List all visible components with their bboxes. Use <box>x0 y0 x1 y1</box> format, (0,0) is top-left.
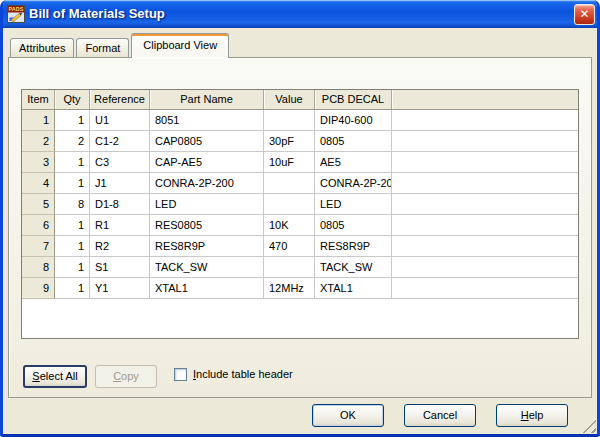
row-selection: 1 U1 8051 DIP40-600 <box>55 110 578 131</box>
reference-cell: R1 <box>90 215 150 236</box>
qty-cell: 1 <box>55 236 90 257</box>
qty-cell: 1 <box>55 215 90 236</box>
row-data: 1 J1 CONRA-2P-200 CONRA-2P-200 <box>55 173 578 194</box>
table-row[interactable]: 4 1 J1 CONRA-2P-200 CONRA-2P-200 <box>22 173 578 194</box>
filler-cell <box>392 194 578 215</box>
row-number-cell: 4 <box>22 173 55 194</box>
value-cell: 30pF <box>264 131 315 152</box>
pcb-decal-cell: 0805 <box>315 215 392 236</box>
value-cell <box>264 110 315 131</box>
reference-cell: Y1 <box>90 278 150 299</box>
row-number-cell: 1 <box>22 110 55 131</box>
qty-cell: 1 <box>55 278 90 299</box>
row-number-cell: 9 <box>22 278 55 299</box>
copy-button[interactable]: Copy <box>95 365 157 388</box>
value-cell: 10uF <box>264 152 315 173</box>
filler-cell <box>392 215 578 236</box>
filler-cell <box>392 173 578 194</box>
column-header-pcb-decal: PCB DECAL <box>315 90 392 109</box>
row-number-cell: 2 <box>22 131 55 152</box>
select-all-label: Select All <box>25 367 85 386</box>
table-row[interactable]: 6 1 R1 RES0805 10K 0805 <box>22 215 578 236</box>
part-name-cell: CAP0805 <box>150 131 264 152</box>
resize-grip[interactable] <box>582 419 596 433</box>
tab-format[interactable]: Format <box>76 38 129 57</box>
part-name-cell: 8051 <box>150 110 264 131</box>
reference-cell: J1 <box>90 173 150 194</box>
row-number-cell: 7 <box>22 236 55 257</box>
table-row[interactable]: 8 1 S1 TACK_SW TACK_SW <box>22 257 578 278</box>
table-row[interactable]: 1 1 U1 8051 DIP40-600 <box>22 110 578 131</box>
pcb-decal-cell: TACK_SW <box>315 257 392 278</box>
titlebar[interactable]: PADS Bill of Materials Setup ✕ <box>0 0 600 28</box>
table-row[interactable]: 3 1 C3 CAP-AE5 10uF AE5 <box>22 152 578 173</box>
pads-logo-icon: PADS <box>7 5 25 23</box>
filler-cell <box>392 257 578 278</box>
pcb-decal-cell: CONRA-2P-200 <box>315 173 392 194</box>
table-row[interactable]: 2 2 C1-2 CAP0805 30pF 0805 <box>22 131 578 152</box>
window-title: Bill of Materials Setup <box>29 0 574 28</box>
column-header-filler <box>392 90 578 109</box>
table-header-row: Item Qty Reference Part Name Value PCB D… <box>22 90 578 110</box>
value-cell <box>264 257 315 278</box>
close-icon: ✕ <box>579 7 589 21</box>
row-data: 1 R2 RES8R9P 470 RES8R9P <box>55 236 578 257</box>
filler-cell <box>392 110 578 131</box>
include-table-header-label: Include table header <box>193 368 293 381</box>
row-data: 1 S1 TACK_SW TACK_SW <box>55 257 578 278</box>
part-name-cell: TACK_SW <box>150 257 264 278</box>
row-number-cell: 6 <box>22 215 55 236</box>
reference-cell: C3 <box>90 152 150 173</box>
pcb-decal-cell: XTAL1 <box>315 278 392 299</box>
pcb-decal-cell: DIP40-600 <box>315 110 392 131</box>
reference-cell: D1-8 <box>90 194 150 215</box>
include-table-header-checkbox[interactable] <box>174 368 187 381</box>
table-row[interactable]: 5 8 D1-8 LED LED <box>22 194 578 215</box>
filler-cell <box>392 131 578 152</box>
column-header-part-name: Part Name <box>150 90 264 109</box>
row-number-cell: 8 <box>22 257 55 278</box>
column-header-qty: Qty <box>55 90 90 109</box>
row-data: 1 R1 RES0805 10K 0805 <box>55 215 578 236</box>
qty-cell: 2 <box>55 131 90 152</box>
qty-cell: 1 <box>55 257 90 278</box>
value-cell: 12MHz <box>264 278 315 299</box>
row-data: 2 C1-2 CAP0805 30pF 0805 <box>55 131 578 152</box>
help-button[interactable]: Help <box>496 404 568 427</box>
ok-button[interactable]: OK <box>312 404 384 427</box>
qty-cell: 1 <box>55 110 90 131</box>
reference-cell: S1 <box>90 257 150 278</box>
qty-cell: 8 <box>55 194 90 215</box>
row-data: 1 C3 CAP-AE5 10uF AE5 <box>55 152 578 173</box>
tab-strip: Attributes Format Clipboard View <box>10 33 231 58</box>
reference-cell: C1-2 <box>90 131 150 152</box>
select-all-button[interactable]: Select All <box>23 365 87 388</box>
help-label: Help <box>497 405 567 426</box>
copy-label: Copy <box>96 366 156 387</box>
row-number-cell: 5 <box>22 194 55 215</box>
part-name-cell: RES8R9P <box>150 236 264 257</box>
part-name-cell: LED <box>150 194 264 215</box>
tab-attributes[interactable]: Attributes <box>10 38 74 57</box>
pads-logo-text: PADS <box>9 6 24 12</box>
reference-cell: U1 <box>90 110 150 131</box>
filler-cell <box>392 278 578 299</box>
row-number-cell: 3 <box>22 152 55 173</box>
include-table-header-option: Include table header <box>174 368 293 381</box>
cancel-label: Cancel <box>405 405 475 426</box>
dialog-client-area: Attributes Format Clipboard View Item Qt… <box>3 28 597 434</box>
row-data: 1 Y1 XTAL1 12MHz XTAL1 <box>55 278 578 299</box>
table-row[interactable]: 7 1 R2 RES8R9P 470 RES8R9P <box>22 236 578 257</box>
filler-cell <box>392 236 578 257</box>
part-name-cell: RES0805 <box>150 215 264 236</box>
part-name-cell: CAP-AE5 <box>150 152 264 173</box>
bom-table[interactable]: Item Qty Reference Part Name Value PCB D… <box>21 89 579 339</box>
pcb-decal-cell: 0805 <box>315 131 392 152</box>
close-button[interactable]: ✕ <box>574 4 595 25</box>
qty-cell: 1 <box>55 173 90 194</box>
ok-label: OK <box>313 405 383 426</box>
part-name-cell: CONRA-2P-200 <box>150 173 264 194</box>
table-row[interactable]: 9 1 Y1 XTAL1 12MHz XTAL1 <box>22 278 578 299</box>
tab-clipboard-view[interactable]: Clipboard View <box>131 33 229 58</box>
cancel-button[interactable]: Cancel <box>404 404 476 427</box>
